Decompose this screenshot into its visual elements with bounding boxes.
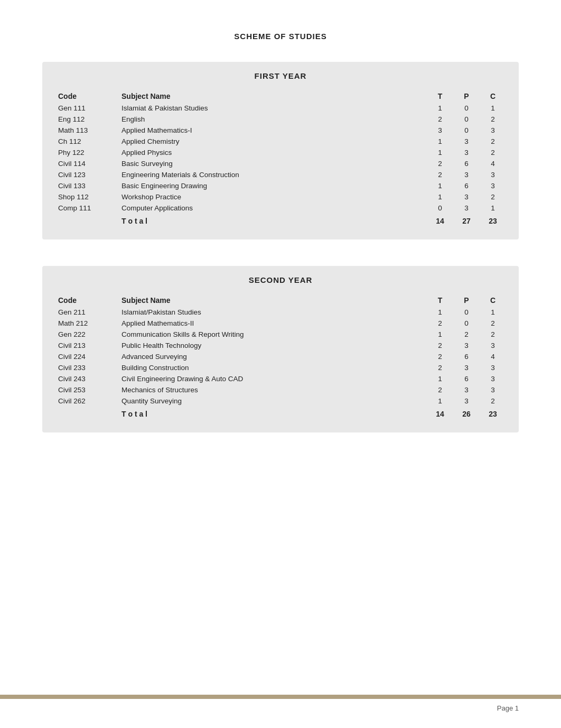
col-header-subject-2: Subject Name [118, 294, 427, 307]
cell-code: Shop 112 [55, 191, 118, 202]
first-year-heading: FIRST YEAR [55, 71, 506, 80]
table-row: Gen 111 Islamiat & Pakistan Studies 1 0 … [55, 103, 506, 114]
cell-c: 2 [480, 395, 506, 407]
total-label: T o t a l [118, 214, 427, 227]
cell-code: Civil 243 [55, 373, 118, 384]
cell-code: Civil 123 [55, 169, 118, 180]
cell-subject: Basic Surveying [118, 158, 427, 169]
cell-c: 2 [480, 329, 506, 340]
total-row: T o t a l 14 27 23 [55, 214, 506, 227]
cell-p: 3 [453, 147, 480, 158]
cell-subject: Applied Mathematics-I [118, 125, 427, 136]
cell-p: 3 [453, 362, 480, 373]
total-row: T o t a l 14 26 23 [55, 407, 506, 420]
first-year-block: FIRST YEAR Code Subject Name T P C Gen 1… [42, 62, 519, 239]
cell-c: 3 [480, 373, 506, 384]
cell-subject: Applied Physics [118, 147, 427, 158]
table-row: Civil 133 Basic Engineering Drawing 1 6 … [55, 180, 506, 191]
cell-code: Gen 111 [55, 103, 118, 114]
footer-bar [0, 695, 561, 699]
cell-c: 2 [480, 114, 506, 125]
cell-subject: Advanced Surveying [118, 351, 427, 362]
table-row: Comp 111 Computer Applications 0 3 1 [55, 202, 506, 214]
cell-t: 2 [427, 318, 453, 329]
cell-p: 6 [453, 351, 480, 362]
col-header-code-2: Code [55, 294, 118, 307]
col-header-subject-1: Subject Name [118, 90, 427, 103]
page-footer: Page 1 [497, 704, 519, 712]
cell-t: 0 [427, 202, 453, 214]
cell-subject: Communication Skills & Report Writing [118, 329, 427, 340]
table-row: Civil 213 Public Health Technology 2 3 3 [55, 340, 506, 351]
cell-t: 2 [427, 384, 453, 395]
cell-p: 3 [453, 340, 480, 351]
cell-t: 1 [427, 395, 453, 407]
cell-c: 3 [480, 340, 506, 351]
cell-p: 3 [453, 202, 480, 214]
cell-t: 3 [427, 125, 453, 136]
total-label-code [55, 214, 118, 227]
cell-p: 0 [453, 307, 480, 318]
table-row: Civil 224 Advanced Surveying 2 6 4 [55, 351, 506, 362]
cell-p: 3 [453, 169, 480, 180]
cell-subject: Public Health Technology [118, 340, 427, 351]
cell-subject: Applied Mathematics-II [118, 318, 427, 329]
table-row: Civil 123 Engineering Materials & Constr… [55, 169, 506, 180]
second-year-heading: SECOND YEAR [55, 275, 506, 284]
cell-c: 1 [480, 202, 506, 214]
table-row: Civil 233 Building Construction 2 3 3 [55, 362, 506, 373]
cell-c: 3 [480, 169, 506, 180]
col-header-t-2: T [427, 294, 453, 307]
col-header-t-1: T [427, 90, 453, 103]
cell-subject: English [118, 114, 427, 125]
cell-t: 2 [427, 362, 453, 373]
cell-p: 3 [453, 136, 480, 147]
cell-t: 1 [427, 180, 453, 191]
cell-code: Comp 111 [55, 202, 118, 214]
total-c: 23 [480, 407, 506, 420]
cell-c: 1 [480, 103, 506, 114]
cell-code: Civil 253 [55, 384, 118, 395]
cell-code: Gen 222 [55, 329, 118, 340]
table-row: Civil 262 Quantity Surveying 1 3 2 [55, 395, 506, 407]
cell-t: 1 [427, 373, 453, 384]
cell-subject: Islamiat/Pakistan Studies [118, 307, 427, 318]
cell-t: 2 [427, 158, 453, 169]
cell-c: 1 [480, 307, 506, 318]
cell-c: 3 [480, 362, 506, 373]
cell-code: Math 212 [55, 318, 118, 329]
cell-p: 3 [453, 395, 480, 407]
table-row: Ch 112 Applied Chemistry 1 3 2 [55, 136, 506, 147]
col-header-c-2: C [480, 294, 506, 307]
cell-subject: Mechanics of Structures [118, 384, 427, 395]
cell-code: Civil 213 [55, 340, 118, 351]
cell-p: 3 [453, 191, 480, 202]
cell-c: 2 [480, 191, 506, 202]
cell-t: 1 [427, 329, 453, 340]
table-row: Math 212 Applied Mathematics-II 2 0 2 [55, 318, 506, 329]
cell-c: 2 [480, 318, 506, 329]
cell-c: 3 [480, 384, 506, 395]
total-t: 14 [427, 407, 453, 420]
cell-code: Math 113 [55, 125, 118, 136]
cell-p: 6 [453, 373, 480, 384]
cell-t: 1 [427, 147, 453, 158]
cell-t: 1 [427, 191, 453, 202]
cell-code: Eng 112 [55, 114, 118, 125]
cell-code: Ch 112 [55, 136, 118, 147]
cell-c: 2 [480, 147, 506, 158]
cell-t: 1 [427, 103, 453, 114]
cell-code: Civil 133 [55, 180, 118, 191]
cell-t: 1 [427, 307, 453, 318]
cell-subject: Building Construction [118, 362, 427, 373]
cell-subject: Engineering Materials & Construction [118, 169, 427, 180]
cell-code: Phy 122 [55, 147, 118, 158]
cell-p: 6 [453, 180, 480, 191]
col-header-c-1: C [480, 90, 506, 103]
cell-subject: Quantity Surveying [118, 395, 427, 407]
cell-code: Civil 262 [55, 395, 118, 407]
cell-t: 2 [427, 340, 453, 351]
cell-subject: Civil Engineering Drawing & Auto CAD [118, 373, 427, 384]
cell-subject: Islamiat & Pakistan Studies [118, 103, 427, 114]
col-header-p-2: P [453, 294, 480, 307]
